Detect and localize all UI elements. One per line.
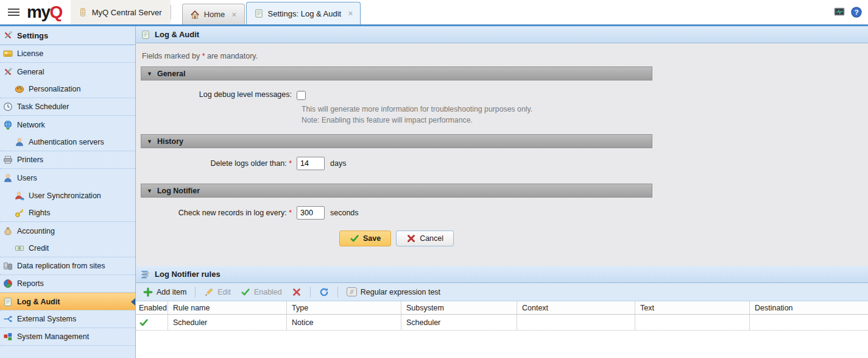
table-row[interactable]: Scheduler Notice Scheduler (136, 315, 868, 331)
collapse-caret-icon: ▼ (147, 188, 152, 194)
system-management-icon (3, 332, 13, 342)
system-monitor-icon[interactable] (834, 7, 845, 18)
sidebar-item-system-management[interactable]: System Management (0, 328, 135, 346)
hamburger-menu-button[interactable] (0, 0, 27, 24)
help-icon[interactable]: ? (851, 7, 862, 18)
row-subsystem-cell: Scheduler (401, 315, 517, 330)
column-header-rule-name[interactable]: Rule name (168, 301, 286, 314)
column-header-type[interactable]: Type (286, 301, 401, 314)
banknote-icon (15, 243, 24, 253)
sidebar-item-personalization[interactable]: Personalization (0, 81, 135, 98)
sidebar-item-authentication-servers[interactable]: Authentication servers (0, 134, 135, 151)
delete-button[interactable] (289, 287, 304, 297)
add-item-button[interactable]: Add item (141, 287, 189, 297)
home-icon (190, 10, 200, 20)
rules-title-bar: Log Notifier rules (136, 266, 868, 283)
collapse-caret-icon: ▼ (147, 71, 152, 77)
check-records-input[interactable] (297, 206, 325, 220)
enabled-button[interactable]: Enabled (238, 287, 284, 297)
tab-strip: Home × Settings: Log & Audit × (182, 0, 361, 24)
settings-sidebar: Settings License General Personaliz (0, 26, 136, 358)
server-label-text: MyQ Central Server (92, 8, 162, 17)
myq-logo[interactable]: myQ (27, 0, 71, 24)
sidebar-item-accounting[interactable]: Accounting (0, 222, 135, 240)
palette-icon (15, 84, 24, 94)
regex-icon: // (347, 287, 357, 296)
user-icon (3, 173, 13, 183)
x-icon (292, 287, 302, 297)
sidebar-item-task-scheduler[interactable]: Task Scheduler (0, 98, 135, 116)
toolbar-separator (310, 287, 311, 298)
row-destination-cell (749, 315, 868, 330)
logo-text-my: my (27, 4, 49, 21)
settings-form: Fields marked by * are mandatory. ▼ Gene… (136, 43, 868, 266)
rules-toolbar: Add item Edit Enabled (136, 283, 868, 301)
sidebar-item-license[interactable]: License (0, 45, 135, 63)
section-header-general[interactable]: ▼ General (141, 66, 652, 81)
check-records-unit: seconds (330, 209, 359, 217)
clock-icon (3, 102, 13, 112)
edit-button[interactable]: Edit (202, 287, 233, 297)
pie-chart-icon (3, 279, 13, 288)
plus-icon (143, 287, 153, 297)
column-header-subsystem[interactable]: Subsystem (401, 301, 517, 314)
log-debug-help: This will generate more information for … (302, 104, 868, 126)
row-rule-name-cell: Scheduler (168, 315, 286, 330)
regex-test-button[interactable]: // Regular expression test (344, 287, 443, 296)
log-debug-checkbox[interactable] (297, 91, 306, 100)
sidebar-item-data-replication[interactable]: Data replication from sites (0, 257, 135, 275)
sidebar-item-users[interactable]: Users (0, 169, 135, 187)
column-header-destination[interactable]: Destination (749, 301, 868, 314)
x-icon (406, 234, 416, 243)
server-tower-icon (78, 7, 88, 17)
pencil-icon (204, 287, 214, 297)
user-sync-icon (15, 191, 24, 201)
sidebar-item-external-systems[interactable]: External Systems (0, 310, 135, 328)
cancel-button[interactable]: Cancel (396, 231, 454, 246)
section-header-log-notifier[interactable]: ▼ Log Notifier (141, 184, 652, 198)
topbar-divider (171, 5, 171, 20)
check-icon (350, 234, 359, 243)
delete-logs-unit: days (330, 159, 346, 168)
general-settings-icon (3, 67, 13, 77)
rules-title: Log Notifier rules (155, 270, 221, 279)
money-bag-icon (3, 226, 13, 236)
svg-text:?: ? (854, 8, 858, 16)
tab-home[interactable]: Home × (182, 4, 245, 24)
column-header-context[interactable]: Context (517, 301, 635, 314)
tab-settings-close-icon[interactable]: × (348, 9, 353, 18)
sidebar-item-credit[interactable]: Credit (0, 240, 135, 257)
logo-text-q: Q (49, 4, 62, 21)
log-audit-icon (141, 30, 150, 40)
table-empty-area (136, 331, 868, 358)
column-header-text[interactable]: Text (635, 301, 749, 314)
log-notifier-rules-panel: Log Notifier rules Add item Edit (136, 266, 868, 358)
tab-home-close-icon[interactable]: × (231, 10, 236, 19)
delete-logs-input[interactable] (297, 157, 325, 170)
tab-settings-log-audit[interactable]: Settings: Log & Audit × (246, 2, 361, 24)
user-icon (15, 137, 24, 147)
log-audit-icon (3, 297, 13, 307)
refresh-button[interactable] (317, 287, 331, 297)
sidebar-item-log-audit[interactable]: Log & Audit (0, 293, 135, 310)
hamburger-icon (8, 7, 19, 18)
log-lines-icon (141, 270, 150, 279)
printer-icon (3, 155, 13, 165)
save-button[interactable]: Save (339, 231, 391, 246)
document-icon (254, 9, 264, 18)
sidebar-item-general[interactable]: General (0, 63, 135, 81)
selected-item-arrow (131, 298, 135, 306)
license-icon (3, 49, 13, 59)
sidebar-item-rights[interactable]: Rights (0, 204, 135, 222)
column-header-enabled[interactable]: Enabled (136, 301, 168, 314)
collapse-caret-icon: ▼ (147, 138, 152, 145)
row-text-cell (635, 315, 749, 330)
section-header-history[interactable]: ▼ History (141, 134, 652, 148)
refresh-icon (319, 287, 329, 297)
log-debug-label: Log debug level messages: (141, 90, 297, 99)
sidebar-item-reports[interactable]: Reports (0, 275, 135, 293)
tab-settings-label: Settings: Log & Audit (268, 9, 342, 18)
sidebar-item-user-synchronization[interactable]: User Synchronization (0, 187, 135, 204)
sidebar-item-network[interactable]: Network (0, 116, 135, 134)
sidebar-item-printers[interactable]: Printers (0, 151, 135, 169)
